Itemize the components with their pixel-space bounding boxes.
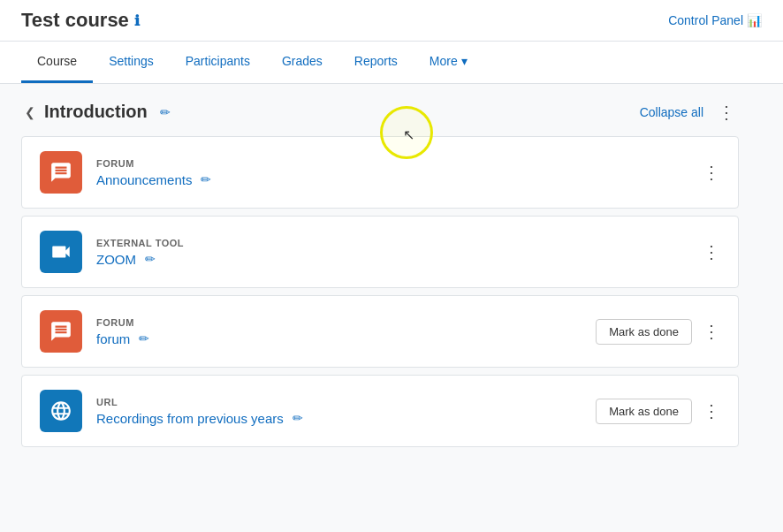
activity-card-forum: FORUM forum ✏ Mark as done ⋮: [21, 295, 739, 368]
control-panel-link[interactable]: Control Panel 📊: [668, 13, 762, 27]
activity-type-zoom: EXTERNAL TOOL: [96, 238, 688, 248]
activity-actions-zoom: ⋮: [703, 243, 720, 261]
forum-menu-button[interactable]: ⋮: [703, 323, 720, 340]
activity-name-announcements[interactable]: Announcements ✏: [96, 172, 688, 187]
top-bar: Test course ℹ Control Panel 📊: [0, 0, 783, 42]
activity-card-recordings: URL Recordings from previous years ✏ Mar…: [21, 375, 739, 447]
zoom-menu-button[interactable]: ⋮: [703, 243, 720, 261]
section-title: Introduction: [44, 102, 148, 122]
collapse-all-button[interactable]: Collapse all: [640, 105, 703, 119]
nav-item-more[interactable]: More ▾: [414, 42, 483, 83]
activity-type-announcements: FORUM: [96, 158, 688, 169]
recordings-edit-icon[interactable]: ✏: [293, 411, 303, 425]
course-title-area: Test course ℹ: [21, 9, 140, 32]
activity-icon-forum-announcements: [40, 151, 82, 194]
activity-actions-forum: Mark as done ⋮: [596, 319, 720, 345]
recordings-mark-done-button[interactable]: Mark as done: [596, 399, 692, 424]
nav-item-course[interactable]: Course: [21, 42, 93, 83]
main-content: ❮ Introduction ✏ Collapse all ⋮ FORUM An…: [0, 84, 760, 472]
activity-name-recordings[interactable]: Recordings from previous years ✏: [96, 411, 582, 426]
section-title-area: ❮ Introduction ✏: [25, 102, 171, 122]
course-title-text: Test course: [21, 9, 129, 32]
activity-name-zoom[interactable]: ZOOM ✏: [96, 252, 688, 267]
activity-actions-announcements: ⋮: [703, 163, 720, 181]
activity-info-recordings: URL Recordings from previous years ✏: [96, 397, 582, 426]
nav-bar: Course Settings Participants Grades Repo…: [0, 42, 783, 84]
nav-item-grades[interactable]: Grades: [266, 42, 338, 83]
collapse-chevron-icon[interactable]: ❮: [25, 105, 35, 119]
announcements-menu-button[interactable]: ⋮: [703, 163, 720, 181]
activity-info-forum: FORUM forum ✏: [96, 317, 582, 346]
nav-item-participants[interactable]: Participants: [170, 42, 266, 83]
control-panel-label: Control Panel: [668, 13, 743, 27]
activity-card-announcements: FORUM Announcements ✏ ⋮: [21, 136, 739, 209]
announcements-edit-icon[interactable]: ✏: [201, 172, 211, 186]
forum-edit-icon[interactable]: ✏: [139, 331, 149, 346]
activity-icon-url: [40, 390, 82, 432]
section-title-edit-icon[interactable]: ✏: [160, 105, 171, 119]
activity-info-announcements: FORUM Announcements ✏: [96, 158, 688, 187]
section-header: ❮ Introduction ✏ Collapse all ⋮: [21, 102, 739, 122]
course-info-icon[interactable]: ℹ: [134, 12, 140, 29]
control-panel-chart-icon: 📊: [747, 13, 762, 27]
recordings-menu-button[interactable]: ⋮: [703, 402, 720, 420]
activity-icon-forum: [40, 310, 82, 353]
forum-mark-done-button[interactable]: Mark as done: [596, 319, 692, 345]
activity-card-zoom: EXTERNAL TOOL ZOOM ✏ ⋮: [21, 216, 739, 288]
section-actions: Collapse all ⋮: [640, 103, 735, 121]
activity-name-forum[interactable]: forum ✏: [96, 331, 582, 346]
activity-actions-recordings: Mark as done ⋮: [596, 399, 720, 424]
activity-type-forum: FORUM: [96, 317, 582, 328]
activity-type-recordings: URL: [96, 397, 582, 407]
activity-info-zoom: EXTERNAL TOOL ZOOM ✏: [96, 238, 688, 267]
zoom-edit-icon[interactable]: ✏: [145, 252, 156, 266]
activity-icon-zoom: [40, 231, 82, 273]
nav-item-reports[interactable]: Reports: [338, 42, 414, 83]
nav-item-settings[interactable]: Settings: [93, 42, 170, 83]
section-menu-button[interactable]: ⋮: [718, 103, 735, 121]
